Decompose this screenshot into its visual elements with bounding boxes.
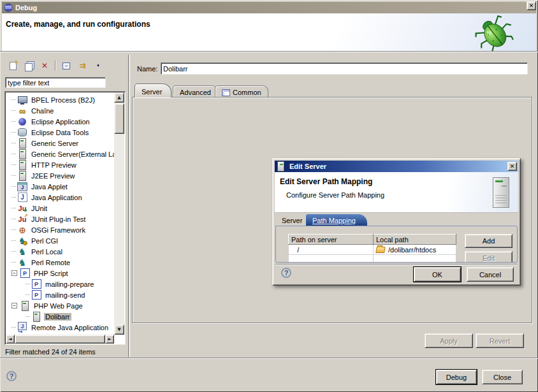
ok-button[interactable]: OK [414,267,461,282]
tree-item-label: Java Application [30,194,84,201]
tree-item[interactable]: JUnit Plug-in Test [6,214,114,224]
tree-item[interactable]: mailing-send [6,289,114,300]
banner-separator [0,51,538,52]
dialog-separator [275,264,518,265]
tree-item[interactable]: Chaîne [6,105,114,116]
tree-connector [11,132,16,133]
cancel-button[interactable]: Cancel [467,267,514,282]
vertical-scroll-thumb[interactable] [114,103,124,134]
window-close-button[interactable]: ✕ [527,1,536,10]
filter-launch-icon[interactable]: ⇉ [76,60,88,71]
applet-icon [17,182,27,192]
add-mapping-button[interactable]: Add [465,234,513,248]
dialog-heading: Edit Server Path Mapping [280,177,372,186]
dialog-close-button[interactable]: ✕ [507,162,517,171]
tree-connector [25,316,30,317]
new-configuration-icon[interactable] [7,60,18,71]
tree-item[interactable]: Java Application [6,192,114,203]
tree-item[interactable]: −PHP Web Page [6,300,114,311]
debug-window: Debug ✕ Create, manage, and run configur… [0,0,538,392]
dialog-tab-server[interactable]: Server [277,214,307,226]
edit-server-dialog: Edit Server ✕ Edit Server Path Mapping C… [272,158,521,286]
name-label: Name: [137,65,157,73]
tab-server[interactable]: Server [134,83,171,98]
config-toolbar: ✕ − ⇉ ▼ [4,57,127,74]
tree-item[interactable]: HTTP Preview [6,159,114,170]
tree-item[interactable]: Generic Server(External La [6,149,114,159]
mapping-row-empty[interactable] [289,255,456,263]
filter-status-text: Filter matched 24 of 24 items [5,348,96,356]
tree-connector [11,143,16,143]
column-local-path[interactable]: Local path [374,235,456,245]
tree-item[interactable]: OSGi Framework [6,224,114,235]
tree-item[interactable]: Perl Remote [6,257,114,268]
tree-horizontal-scrollbar[interactable]: ◄ ► [6,335,114,344]
local-path-cell[interactable]: /dolibarr/htdocs [374,245,456,255]
tree-connector [11,240,16,241]
scroll-right-icon[interactable]: ► [105,335,114,344]
tree-item[interactable]: Remote Java Application [6,322,114,333]
column-path-on-server[interactable]: Path on server [289,235,374,245]
tree-item[interactable]: −PHP Script [6,268,114,279]
apply-button[interactable]: Apply [425,333,473,348]
tree-item[interactable]: Perl CGI [6,235,114,246]
tree-item-label: OSGi Framework [30,226,87,234]
delete-configuration-icon[interactable]: ✕ [39,60,50,71]
mapping-row[interactable]: //dolibarr/htdocs [289,245,456,255]
scroll-down-icon[interactable]: ▼ [114,324,124,335]
tree-connector [25,284,30,284]
eclipse-icon [4,3,13,12]
debug-button[interactable]: Debug [436,370,477,384]
panel-sash[interactable] [128,55,130,357]
horizontal-scroll-thumb[interactable] [15,335,105,344]
help-icon[interactable]: ? [6,371,17,381]
tree-item[interactable]: mailing-prepare [6,279,114,289]
toolbar-menu-caret-icon[interactable]: ▼ [92,60,104,71]
window-titlebar[interactable]: Debug [2,2,536,13]
tree-item[interactable]: Eclipse Data Tools [6,127,114,138]
tree-connector [11,175,16,176]
tree-item-label: Remote Java Application [30,324,110,331]
tab-advanced[interactable]: Advanced [173,85,218,98]
toolbar-separator [55,61,56,71]
tree-item-label: PHP Script [33,270,69,277]
path-mapping-table[interactable]: Path on server Local path //dolibarr/htd… [288,234,456,263]
tree-item[interactable]: Perl Local [6,246,114,257]
server-icon [17,171,27,181]
tree-connector [11,99,16,100]
tree-item[interactable]: Java Applet [6,181,114,192]
close-button[interactable]: Close [482,370,523,384]
edit-mapping-button[interactable]: Edit [465,251,513,263]
tree-connector [11,121,16,122]
tree-expander-icon[interactable]: − [11,270,17,276]
tree-item-label: JUnit Plug-in Test [30,215,87,223]
filter-input[interactable] [5,77,106,88]
tree-item[interactable]: Eclipse Application [6,116,114,127]
path-mapping-panel: Path on server Local path //dolibarr/htd… [275,226,518,263]
config-tree: BPEL Process (B2J)ChaîneEclipse Applicat… [6,94,114,335]
dialog-tab-path-mapping[interactable]: Path Mapping [306,214,367,226]
php-icon [20,268,30,279]
tree-item[interactable]: Dolibarr [6,311,114,322]
tab-common[interactable]: Common [215,85,268,98]
tree-item[interactable]: Generic Server [6,138,114,149]
duplicate-configuration-icon[interactable] [23,60,34,71]
collapse-all-icon[interactable]: − [61,60,72,71]
tree-item[interactable]: BPEL Process (B2J) [6,94,114,105]
window-title: Debug [15,4,37,11]
database-icon [17,127,27,138]
scroll-left-icon[interactable]: ◄ [6,335,15,344]
remote-java-icon [17,323,27,333]
tree-vertical-scrollbar[interactable]: ▲ ▼ [114,92,124,335]
path-on-server-cell[interactable]: / [289,245,374,255]
tree-item-label: Chaîne [30,107,55,115]
tree-item[interactable]: J2EE Preview [6,170,114,181]
dialog-help-icon[interactable]: ? [281,268,291,278]
revert-button[interactable]: Revert [476,333,524,348]
name-input[interactable] [161,62,528,75]
tree-connector [11,197,16,198]
dialog-titlebar[interactable]: Edit Server [275,161,518,172]
tree-expander-icon[interactable]: − [11,303,17,309]
tree-item[interactable]: JUnit [6,203,114,214]
scroll-up-icon[interactable]: ▲ [114,92,124,103]
